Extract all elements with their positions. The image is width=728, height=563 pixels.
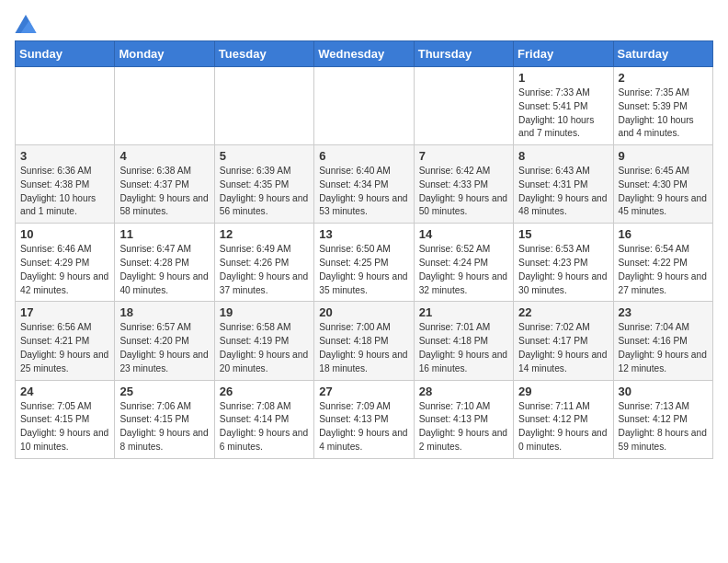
calendar-cell: 5Sunrise: 6:39 AM Sunset: 4:35 PM Daylig… bbox=[214, 145, 313, 224]
calendar-cell: 23Sunrise: 7:04 AM Sunset: 4:16 PM Dayli… bbox=[613, 302, 712, 380]
day-number: 25 bbox=[119, 385, 209, 398]
day-number: 12 bbox=[220, 227, 309, 241]
day-number: 23 bbox=[619, 305, 708, 319]
day-info: Sunrise: 6:39 AM Sunset: 4:35 PM Dayligh… bbox=[220, 166, 308, 216]
calendar-header-sunday: Sunday bbox=[16, 41, 115, 67]
day-number: 6 bbox=[319, 149, 408, 163]
day-number: 13 bbox=[319, 227, 408, 241]
day-number: 26 bbox=[220, 385, 309, 398]
calendar-cell: 29Sunrise: 7:11 AM Sunset: 4:12 PM Dayli… bbox=[514, 380, 613, 458]
day-info: Sunrise: 7:09 AM Sunset: 4:13 PM Dayligh… bbox=[319, 401, 407, 452]
day-number: 5 bbox=[220, 149, 309, 163]
day-info: Sunrise: 7:00 AM Sunset: 4:18 PM Dayligh… bbox=[319, 322, 407, 373]
day-info: Sunrise: 6:49 AM Sunset: 4:26 PM Dayligh… bbox=[220, 244, 308, 294]
day-number: 17 bbox=[20, 305, 109, 319]
day-number: 15 bbox=[518, 227, 608, 241]
calendar-header-row: SundayMondayTuesdayWednesdayThursdayFrid… bbox=[16, 41, 713, 67]
day-number: 16 bbox=[619, 227, 708, 241]
calendar-cell: 9Sunrise: 6:45 AM Sunset: 4:30 PM Daylig… bbox=[613, 145, 712, 224]
calendar-cell: 4Sunrise: 6:38 AM Sunset: 4:37 PM Daylig… bbox=[115, 145, 214, 224]
calendar-cell: 2Sunrise: 7:35 AM Sunset: 5:39 PM Daylig… bbox=[613, 67, 712, 145]
day-info: Sunrise: 6:57 AM Sunset: 4:20 PM Dayligh… bbox=[119, 322, 208, 373]
calendar-cell: 14Sunrise: 6:52 AM Sunset: 4:24 PM Dayli… bbox=[414, 224, 513, 302]
calendar-cell: 30Sunrise: 7:13 AM Sunset: 4:12 PM Dayli… bbox=[613, 380, 712, 458]
calendar-cell bbox=[214, 67, 313, 145]
calendar-header-monday: Monday bbox=[115, 41, 214, 67]
day-number: 14 bbox=[419, 227, 508, 241]
day-number: 7 bbox=[419, 149, 508, 163]
calendar-cell: 17Sunrise: 6:56 AM Sunset: 4:21 PM Dayli… bbox=[16, 302, 115, 380]
day-number: 10 bbox=[20, 227, 109, 241]
logo-icon bbox=[15, 15, 37, 33]
day-info: Sunrise: 6:36 AM Sunset: 4:38 PM Dayligh… bbox=[20, 166, 96, 216]
calendar-table: SundayMondayTuesdayWednesdayThursdayFrid… bbox=[15, 40, 713, 459]
day-info: Sunrise: 6:53 AM Sunset: 4:23 PM Dayligh… bbox=[518, 244, 607, 294]
day-info: Sunrise: 6:52 AM Sunset: 4:24 PM Dayligh… bbox=[419, 244, 507, 294]
day-number: 29 bbox=[518, 385, 608, 398]
calendar-cell: 8Sunrise: 6:43 AM Sunset: 4:31 PM Daylig… bbox=[514, 145, 613, 224]
calendar-cell: 19Sunrise: 6:58 AM Sunset: 4:19 PM Dayli… bbox=[214, 302, 313, 380]
day-number: 11 bbox=[119, 227, 209, 241]
day-info: Sunrise: 7:13 AM Sunset: 4:12 PM Dayligh… bbox=[619, 401, 707, 452]
day-info: Sunrise: 7:01 AM Sunset: 4:18 PM Dayligh… bbox=[419, 322, 507, 373]
header bbox=[15, 15, 713, 33]
day-info: Sunrise: 6:47 AM Sunset: 4:28 PM Dayligh… bbox=[119, 244, 208, 294]
calendar-cell: 27Sunrise: 7:09 AM Sunset: 4:13 PM Dayli… bbox=[314, 380, 414, 458]
day-number: 9 bbox=[619, 149, 708, 163]
day-number: 28 bbox=[419, 385, 508, 398]
calendar-cell: 15Sunrise: 6:53 AM Sunset: 4:23 PM Dayli… bbox=[514, 224, 613, 302]
day-info: Sunrise: 6:56 AM Sunset: 4:21 PM Dayligh… bbox=[20, 322, 108, 373]
calendar-header-wednesday: Wednesday bbox=[314, 41, 414, 67]
calendar-cell: 25Sunrise: 7:06 AM Sunset: 4:15 PM Dayli… bbox=[115, 380, 214, 458]
calendar-week-row: 3Sunrise: 6:36 AM Sunset: 4:38 PM Daylig… bbox=[16, 145, 713, 224]
calendar-header-tuesday: Tuesday bbox=[214, 41, 313, 67]
day-info: Sunrise: 6:46 AM Sunset: 4:29 PM Dayligh… bbox=[20, 244, 108, 294]
day-info: Sunrise: 6:45 AM Sunset: 4:30 PM Dayligh… bbox=[619, 166, 707, 216]
day-number: 8 bbox=[518, 149, 608, 163]
day-info: Sunrise: 7:33 AM Sunset: 5:41 PM Dayligh… bbox=[518, 87, 594, 138]
calendar-cell: 24Sunrise: 7:05 AM Sunset: 4:15 PM Dayli… bbox=[16, 380, 115, 458]
day-number: 21 bbox=[419, 305, 508, 319]
calendar-cell: 12Sunrise: 6:49 AM Sunset: 4:26 PM Dayli… bbox=[214, 224, 313, 302]
day-info: Sunrise: 7:06 AM Sunset: 4:15 PM Dayligh… bbox=[119, 401, 208, 452]
calendar-cell: 11Sunrise: 6:47 AM Sunset: 4:28 PM Dayli… bbox=[115, 224, 214, 302]
day-info: Sunrise: 7:08 AM Sunset: 4:14 PM Dayligh… bbox=[220, 401, 308, 452]
day-number: 27 bbox=[319, 385, 408, 398]
day-number: 2 bbox=[619, 71, 708, 85]
calendar-week-row: 1Sunrise: 7:33 AM Sunset: 5:41 PM Daylig… bbox=[16, 67, 713, 145]
calendar-header-thursday: Thursday bbox=[414, 41, 513, 67]
day-info: Sunrise: 6:38 AM Sunset: 4:37 PM Dayligh… bbox=[119, 166, 208, 216]
day-number: 3 bbox=[20, 149, 109, 163]
calendar-cell: 3Sunrise: 6:36 AM Sunset: 4:38 PM Daylig… bbox=[16, 145, 115, 224]
calendar-cell bbox=[115, 67, 214, 145]
day-number: 19 bbox=[220, 305, 309, 319]
calendar-cell bbox=[16, 67, 115, 145]
day-number: 24 bbox=[20, 385, 109, 398]
calendar-cell: 28Sunrise: 7:10 AM Sunset: 4:13 PM Dayli… bbox=[414, 380, 513, 458]
day-info: Sunrise: 6:43 AM Sunset: 4:31 PM Dayligh… bbox=[518, 166, 607, 216]
calendar-cell: 6Sunrise: 6:40 AM Sunset: 4:34 PM Daylig… bbox=[314, 145, 414, 224]
day-info: Sunrise: 7:10 AM Sunset: 4:13 PM Dayligh… bbox=[419, 401, 507, 452]
calendar-header-saturday: Saturday bbox=[613, 41, 712, 67]
logo bbox=[15, 15, 40, 33]
calendar-cell: 7Sunrise: 6:42 AM Sunset: 4:33 PM Daylig… bbox=[414, 145, 513, 224]
calendar-header-friday: Friday bbox=[514, 41, 613, 67]
calendar-cell bbox=[314, 67, 414, 145]
day-info: Sunrise: 7:04 AM Sunset: 4:16 PM Dayligh… bbox=[619, 322, 707, 373]
calendar-week-row: 24Sunrise: 7:05 AM Sunset: 4:15 PM Dayli… bbox=[16, 380, 713, 458]
day-info: Sunrise: 7:02 AM Sunset: 4:17 PM Dayligh… bbox=[518, 322, 607, 373]
calendar-cell: 10Sunrise: 6:46 AM Sunset: 4:29 PM Dayli… bbox=[16, 224, 115, 302]
day-info: Sunrise: 6:54 AM Sunset: 4:22 PM Dayligh… bbox=[619, 244, 707, 294]
day-number: 30 bbox=[619, 385, 708, 398]
day-info: Sunrise: 6:40 AM Sunset: 4:34 PM Dayligh… bbox=[319, 166, 407, 216]
day-number: 20 bbox=[319, 305, 408, 319]
calendar-cell: 21Sunrise: 7:01 AM Sunset: 4:18 PM Dayli… bbox=[414, 302, 513, 380]
day-info: Sunrise: 6:58 AM Sunset: 4:19 PM Dayligh… bbox=[220, 322, 308, 373]
calendar-week-row: 17Sunrise: 6:56 AM Sunset: 4:21 PM Dayli… bbox=[16, 302, 713, 380]
day-info: Sunrise: 7:35 AM Sunset: 5:39 PM Dayligh… bbox=[619, 87, 694, 138]
calendar-week-row: 10Sunrise: 6:46 AM Sunset: 4:29 PM Dayli… bbox=[16, 224, 713, 302]
day-info: Sunrise: 6:50 AM Sunset: 4:25 PM Dayligh… bbox=[319, 244, 407, 294]
calendar-cell: 20Sunrise: 7:00 AM Sunset: 4:18 PM Dayli… bbox=[314, 302, 414, 380]
calendar-cell: 13Sunrise: 6:50 AM Sunset: 4:25 PM Dayli… bbox=[314, 224, 414, 302]
day-number: 22 bbox=[518, 305, 608, 319]
